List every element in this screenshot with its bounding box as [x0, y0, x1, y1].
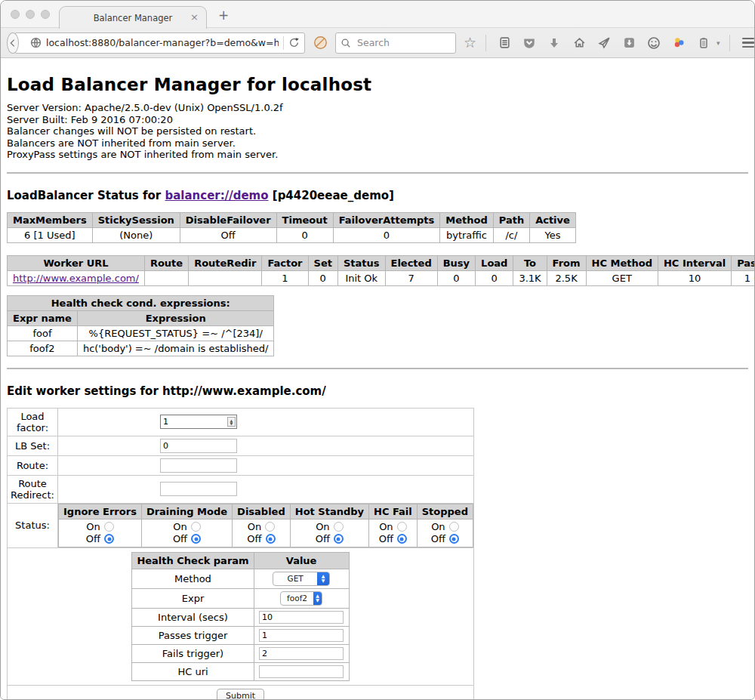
colorful-extension-icon[interactable]	[670, 34, 688, 52]
radio-hc-fail-off[interactable]	[397, 534, 407, 544]
expr-row: foof %{REQUEST_STATUS} =~ /^[234]/	[8, 325, 274, 341]
hc-params-cell: Health Check param Value Method GET ▲▼	[8, 547, 474, 685]
off-label: Off	[86, 533, 100, 545]
ignore-errors-cell: On Off	[59, 519, 142, 547]
route-input[interactable]	[160, 458, 237, 473]
send-icon[interactable]	[595, 34, 613, 52]
col-status: Status	[337, 255, 385, 270]
worker-url-link[interactable]: http://www.example.com/	[13, 273, 139, 284]
col-disablefailover: DisableFailover	[180, 212, 276, 227]
tab-title: Balancer Manager	[94, 13, 173, 23]
persist-note-line: Balancer changes will NOT be persisted o…	[7, 125, 748, 137]
radio-hot-standby-on[interactable]	[334, 522, 344, 532]
downloads-icon[interactable]	[545, 34, 563, 52]
radio-ignore-errors-on[interactable]	[104, 522, 114, 532]
cell-load: 0	[476, 270, 513, 285]
on-label: On	[173, 521, 186, 533]
on-label: On	[431, 521, 445, 533]
radio-hc-fail-on[interactable]	[397, 522, 407, 532]
select-stepper-icon: ▲▼	[317, 572, 329, 586]
reading-list-icon[interactable]	[495, 34, 513, 52]
clipboard-extension-icon[interactable]	[695, 34, 713, 52]
tab-close-icon[interactable]: ×	[190, 12, 199, 22]
tab-balancer-manager[interactable]: Balancer Manager ×	[59, 6, 207, 29]
window-close-button[interactable]	[11, 10, 20, 19]
hc-uri-input[interactable]	[259, 665, 344, 678]
status-header-row: Ignore Errors Draining Mode Disabled Hot…	[59, 504, 473, 519]
bookmark-star-icon[interactable]: ☆	[464, 35, 476, 50]
col-stickysession: StickySession	[92, 212, 180, 227]
color-dots-icon	[673, 36, 686, 49]
route-redirect-input[interactable]	[160, 482, 237, 496]
new-tab-button[interactable]: +	[218, 8, 229, 23]
form-row-lb-set: LB Set:	[8, 436, 474, 455]
radio-stopped-off[interactable]	[449, 534, 459, 544]
window-zoom-button[interactable]	[41, 10, 50, 19]
hc-method-label: Method	[132, 569, 254, 588]
on-label: On	[248, 521, 261, 533]
radio-draining-mode-on[interactable]	[191, 522, 201, 532]
back-button[interactable]	[7, 32, 19, 54]
cell-factor: 1	[262, 270, 308, 285]
number-spinner-icon[interactable]: ▲▼	[227, 417, 236, 427]
paper-plane-icon	[598, 36, 611, 49]
hc-method-select[interactable]: GET ▲▼	[273, 572, 330, 586]
hc-expr-cell: foof2 ▲▼	[254, 588, 349, 608]
radio-stopped-on[interactable]	[449, 522, 459, 532]
proxypass-note-line: ProxyPass settings are NOT inherited fro…	[7, 149, 748, 161]
on-label: On	[86, 521, 100, 533]
smiley-icon	[647, 36, 661, 50]
edit-worker-heading: Edit worker settings for http://www.exam…	[7, 384, 748, 398]
hc-expr-label: Expr	[132, 588, 254, 608]
cell-expression: hc('body') =~ /domain is established/	[77, 341, 274, 356]
cell-routeredir	[189, 270, 262, 285]
col-path: Path	[493, 212, 529, 227]
dropdown-caret-icon[interactable]: ▾	[716, 39, 720, 47]
toolbar-divider	[729, 35, 730, 51]
balancer-status-table: MaxMembers StickySession DisableFailover…	[7, 212, 576, 243]
submit-button[interactable]: Submit	[217, 689, 264, 700]
back-arrow-icon	[8, 38, 18, 48]
home-icon[interactable]	[570, 34, 588, 52]
cell-timeout: 0	[276, 227, 333, 242]
hc-interval-input[interactable]	[259, 611, 344, 624]
radio-disabled-on[interactable]	[265, 522, 275, 532]
cell-stickysession: (None)	[92, 227, 180, 242]
pocket-icon[interactable]	[520, 34, 538, 52]
home-glyph-icon	[573, 36, 586, 49]
radio-ignore-errors-off[interactable]	[104, 534, 114, 544]
block-content-icon[interactable]	[311, 34, 329, 52]
search-input[interactable]	[356, 36, 439, 49]
off-label: Off	[431, 533, 445, 545]
search-icon	[341, 38, 351, 48]
hot-standby-cell: On Off	[290, 519, 368, 547]
search-box[interactable]	[335, 32, 456, 54]
address-bar[interactable]: localhost:8880/balancer-manager?b=demo&w…	[14, 32, 305, 54]
load-factor-cell: ▲▼	[58, 408, 474, 436]
download-arrow-icon	[548, 37, 560, 49]
col-elected: Elected	[385, 255, 437, 270]
hc-fails-label: Fails trigger)	[132, 644, 254, 662]
status-radio-row: On Off On Off On Off	[59, 519, 473, 547]
reload-icon[interactable]	[288, 37, 300, 48]
url-text[interactable]: localhost:8880/balancer-manager?b=demo&w…	[46, 37, 279, 48]
balancer-demo-link[interactable]: balancer://demo	[165, 189, 268, 202]
lb-set-input[interactable]	[160, 439, 237, 453]
radio-hot-standby-off[interactable]	[334, 534, 344, 544]
window-minimize-button[interactable]	[26, 10, 35, 19]
radio-draining-mode-off[interactable]	[191, 534, 201, 544]
hc-expr-select[interactable]: foof2 ▲▼	[280, 591, 322, 606]
load-factor-input[interactable]	[160, 415, 237, 429]
addon-download-icon[interactable]	[620, 34, 638, 52]
hc-row-uri: HC uri	[132, 662, 349, 680]
radio-disabled-off[interactable]	[266, 534, 276, 544]
col-set: Set	[308, 255, 337, 270]
hc-passes-label: Passes trigger	[132, 626, 254, 644]
feedback-smiley-icon[interactable]	[645, 34, 663, 52]
hc-fails-input[interactable]	[259, 647, 344, 660]
route-redirect-cell	[58, 475, 474, 503]
route-redirect-label: Route Redirect:	[8, 475, 58, 503]
cell-from: 2.5K	[547, 270, 586, 285]
menu-icon[interactable]	[739, 34, 755, 52]
hc-passes-input[interactable]	[259, 629, 344, 642]
